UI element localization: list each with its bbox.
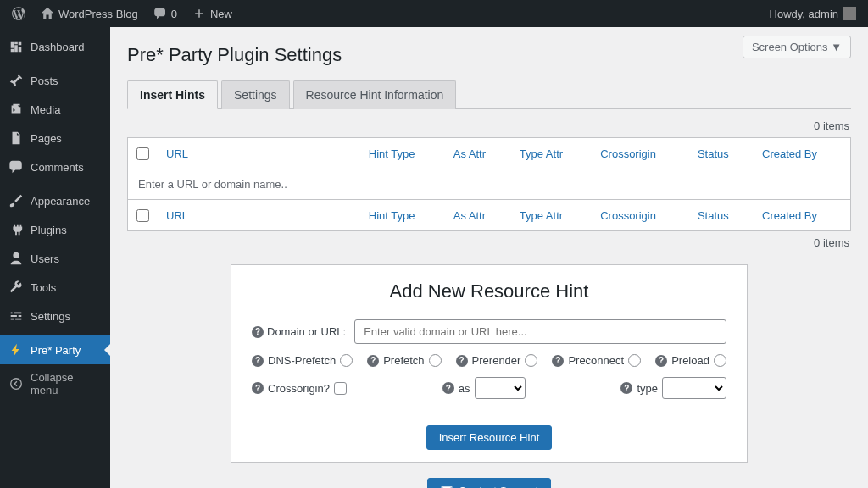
brush-icon — [8, 193, 24, 208]
sidebar-item-appearance[interactable]: Appearance — [0, 186, 110, 215]
sidebar-item-users[interactable]: Users — [0, 244, 110, 273]
wp-logo[interactable] — [7, 7, 31, 20]
select-all-checkbox[interactable] — [136, 147, 149, 160]
sidebar-item-label: Users — [31, 252, 59, 265]
tab-settings[interactable]: Settings — [221, 80, 290, 109]
contact-support-button[interactable]: Contact Support — [427, 478, 551, 488]
help-icon[interactable]: ? — [367, 355, 379, 367]
col-type-attr-foot[interactable]: Type Attr — [511, 200, 592, 231]
form-heading: Add New Resource Hint — [231, 265, 747, 314]
insert-hint-label: Insert Resource Hint — [439, 431, 540, 444]
help-icon[interactable]: ? — [552, 355, 564, 367]
hints-table: URL Hint Type As Attr Type Attr Crossori… — [127, 137, 851, 231]
sidebar-item-posts[interactable]: Posts — [0, 66, 110, 95]
plus-icon — [192, 7, 206, 20]
tablenav-top: 0 items — [129, 119, 849, 132]
sliders-icon — [8, 308, 24, 324]
sidebar-item-tools[interactable]: Tools — [0, 273, 110, 302]
contact-support-label: Contact Support — [459, 485, 538, 488]
screen-options-label: Screen Options — [752, 41, 828, 53]
col-hint-type-foot[interactable]: Hint Type — [360, 200, 445, 231]
sidebar-item-label: Pages — [31, 132, 62, 145]
collapse-icon — [8, 376, 24, 391]
wordpress-icon — [12, 7, 25, 20]
sidebar-item-label: Tools — [31, 281, 56, 294]
col-select-all[interactable] — [128, 138, 159, 169]
site-title: WordPress Blog — [58, 8, 138, 20]
sidebar-item-label: Comments — [31, 161, 84, 174]
help-icon[interactable]: ? — [252, 355, 264, 367]
col-crossorigin[interactable]: Crossorigin — [592, 138, 689, 169]
dashboard-icon — [8, 39, 24, 54]
comment-icon — [153, 7, 167, 20]
wrench-icon — [8, 280, 24, 295]
sidebar-item-label: Posts — [31, 75, 58, 87]
help-icon[interactable]: ? — [442, 382, 454, 394]
col-url[interactable]: URL — [158, 138, 360, 169]
admin-bar: WordPress Blog 0 New Howdy, admin — [0, 0, 868, 27]
site-link[interactable]: WordPress Blog — [36, 7, 143, 20]
col-status[interactable]: Status — [689, 138, 754, 169]
as-select[interactable] — [475, 377, 526, 399]
col-hint-type[interactable]: Hint Type — [360, 138, 445, 169]
preload-radio[interactable] — [714, 354, 726, 367]
add-hint-form: Add New Resource Hint ?Domain or URL: ?D… — [231, 264, 748, 463]
sidebar-collapse[interactable]: Collapse menu — [0, 364, 110, 403]
col-crossorigin-foot[interactable]: Crossorigin — [592, 200, 689, 231]
col-as-attr[interactable]: As Attr — [445, 138, 511, 169]
sidebar-item-label: Collapse menu — [31, 371, 102, 396]
sidebar-item-plugins[interactable]: Plugins — [0, 215, 110, 244]
col-status-foot[interactable]: Status — [689, 200, 754, 231]
col-select-all-foot[interactable] — [128, 200, 159, 231]
prefetch-radio[interactable] — [429, 354, 442, 367]
prerender-radio[interactable] — [525, 354, 537, 367]
sidebar-item-label: Settings — [31, 310, 70, 323]
select-all-checkbox-foot[interactable] — [136, 209, 149, 222]
help-icon[interactable]: ? — [252, 382, 264, 394]
page-icon — [8, 130, 24, 146]
dns-prefetch-radio[interactable] — [340, 354, 353, 367]
sidebar-item-media[interactable]: Media — [0, 95, 110, 124]
preconnect-radio[interactable] — [628, 354, 641, 367]
help-icon[interactable]: ? — [655, 355, 667, 367]
opt-preload: ?Preload — [655, 354, 726, 367]
opt-preconnect: ?Preconnect — [552, 354, 641, 367]
col-created-by[interactable]: Created By — [754, 138, 851, 169]
opt-crossorigin: ?Crossorigin? — [252, 382, 347, 395]
crossorigin-checkbox[interactable] — [334, 382, 347, 395]
opt-prefetch: ?Prefetch — [367, 354, 441, 367]
bolt-icon — [8, 342, 24, 358]
col-url-foot[interactable]: URL — [158, 200, 360, 231]
nav-tabs: Insert Hints Settings Resource Hint Info… — [127, 80, 851, 109]
mail-icon — [440, 484, 453, 488]
admin-bar-right: Howdy, admin — [765, 7, 861, 20]
domain-url-input[interactable] — [354, 319, 726, 344]
opt-prerender: ?Prerender — [456, 354, 538, 367]
tablenav-bottom: 0 items — [129, 236, 849, 249]
user-icon — [8, 251, 24, 266]
sidebar-item-comments[interactable]: Comments — [0, 152, 110, 181]
sidebar-item-dashboard[interactable]: Dashboard — [0, 32, 110, 61]
media-icon — [8, 102, 24, 117]
new-link[interactable]: New — [187, 7, 237, 20]
sidebar-item-settings[interactable]: Settings — [0, 302, 110, 330]
screen-options-toggle[interactable]: Screen Options ▼ — [743, 36, 851, 58]
col-type-attr[interactable]: Type Attr — [511, 138, 592, 169]
tab-rhi[interactable]: Resource Hint Information — [293, 80, 457, 109]
comment-count: 0 — [171, 8, 177, 20]
comments-link[interactable]: 0 — [148, 7, 182, 20]
col-as-attr-foot[interactable]: As Attr — [445, 200, 511, 231]
col-created-by-foot[interactable]: Created By — [754, 200, 851, 231]
type-select[interactable] — [662, 377, 726, 399]
sidebar-item-preparty[interactable]: Pre* Party — [0, 336, 110, 364]
sidebar-item-label: Appearance — [31, 195, 90, 208]
help-icon[interactable]: ? — [252, 326, 264, 338]
account-link[interactable]: Howdy, admin — [765, 7, 861, 20]
sidebar-item-pages[interactable]: Pages — [0, 124, 110, 152]
insert-hint-button[interactable]: Insert Resource Hint — [426, 425, 553, 450]
opt-dns-prefetch: ?DNS-Prefetch — [252, 354, 353, 367]
help-icon[interactable]: ? — [620, 382, 632, 394]
tab-insert-hints[interactable]: Insert Hints — [127, 80, 218, 109]
sidebar-item-label: Dashboard — [31, 41, 85, 53]
help-icon[interactable]: ? — [456, 355, 468, 367]
